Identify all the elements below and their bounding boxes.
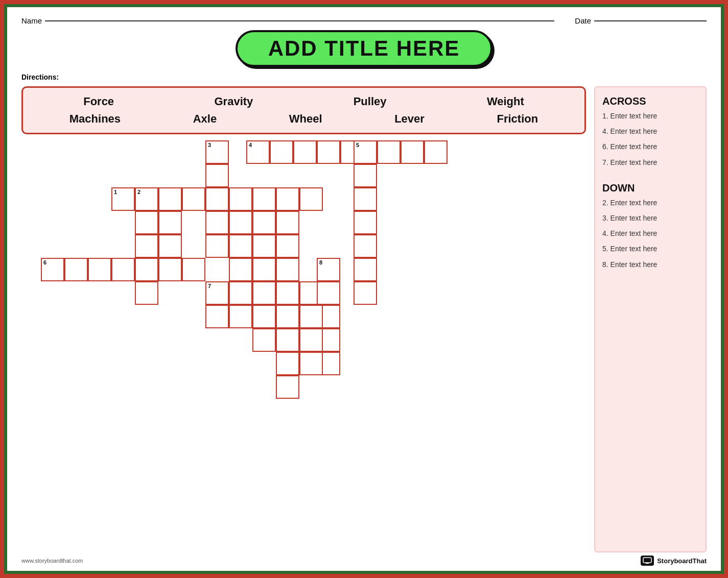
- title-text: ADD TITLE HERE: [268, 36, 460, 60]
- cell-extra-5[interactable]: [299, 352, 323, 375]
- down-heading: DOWN: [602, 182, 698, 194]
- cell-1-8[interactable]: [299, 187, 323, 211]
- cell-7-0[interactable]: 7: [205, 281, 229, 305]
- clue-down-3-number: 3.: [602, 214, 610, 222]
- cell-col9-r3[interactable]: [229, 211, 252, 234]
- main-area: Force Gravity Pulley Weight Machines Axl…: [21, 86, 707, 552]
- cell-6-4[interactable]: [135, 258, 158, 281]
- cell-col6-r4[interactable]: [158, 234, 182, 258]
- cell-1-4[interactable]: [205, 187, 229, 211]
- cell-6-3[interactable]: [111, 258, 135, 281]
- title-container: ADD TITLE HERE: [21, 30, 707, 67]
- cell-col10-r5[interactable]: [252, 258, 276, 281]
- cell-6-1[interactable]: [64, 258, 88, 281]
- cell-extra-3[interactable]: [299, 328, 323, 352]
- cell-col10-r4[interactable]: [252, 234, 276, 258]
- clue-down-3-text: Enter text here: [610, 214, 657, 222]
- cell-down-7-2[interactable]: [229, 305, 252, 328]
- cell-6-5[interactable]: [158, 258, 182, 281]
- directions-label: Directions:: [21, 73, 59, 81]
- cell-1-6[interactable]: [252, 187, 276, 211]
- cell-5-2[interactable]: [354, 187, 377, 211]
- cell-5-3[interactable]: [354, 211, 377, 234]
- clue-across-7: 7. Enter text here: [602, 158, 698, 167]
- title-pill[interactable]: ADD TITLE HERE: [236, 30, 493, 67]
- cell-1-3[interactable]: [182, 187, 205, 211]
- cell-col11-r5[interactable]: [276, 258, 299, 281]
- footer-website: www.storyboardthat.com: [21, 558, 83, 564]
- cell-2-1[interactable]: [135, 211, 158, 234]
- cell-5-0[interactable]: 5: [354, 140, 377, 164]
- clue-down-3: 3. Enter text here: [602, 213, 698, 223]
- cell-col11-r4[interactable]: [276, 234, 299, 258]
- clue-down-2: 2. Enter text here: [602, 198, 698, 207]
- cell-down-7-5[interactable]: [299, 305, 323, 328]
- clues-section: ACROSS 1. Enter text here 4. Enter text …: [594, 86, 707, 552]
- footer: www.storyboardthat.com StoryboardThat: [21, 556, 707, 566]
- footer-logo: StoryboardThat: [641, 556, 707, 566]
- inner-border: Name Date ADD TITLE HERE Directions:: [4, 4, 724, 574]
- svg-rect-0: [643, 558, 651, 563]
- cell-1-0[interactable]: 1: [111, 187, 135, 211]
- cell-3-4[interactable]: [205, 234, 229, 258]
- cell-4-1[interactable]: [270, 140, 293, 164]
- cell-7-5[interactable]: [317, 281, 340, 305]
- cell-3-3[interactable]: [205, 211, 229, 234]
- cell-down-7-3[interactable]: [252, 305, 276, 328]
- cell-col6-r3[interactable]: [158, 211, 182, 234]
- cell-1-2[interactable]: [158, 187, 182, 211]
- cell-4-0[interactable]: 4: [246, 140, 270, 164]
- word-bank-row-1: Force Gravity Pulley Weight: [33, 95, 574, 108]
- cell-extra-4[interactable]: [276, 352, 299, 375]
- clue-across-7-text: Enter text here: [610, 158, 657, 166]
- cell-6-2[interactable]: [88, 258, 111, 281]
- clue-down-8-text: Enter text here: [610, 260, 657, 269]
- cell-col10-r3[interactable]: [252, 211, 276, 234]
- cell-4-3[interactable]: [317, 140, 340, 164]
- cell-7-2[interactable]: [252, 281, 276, 305]
- clue-down-8: 8. Enter text here: [602, 260, 698, 269]
- cell-down-7-1[interactable]: [205, 305, 229, 328]
- clues-spacer: [602, 173, 698, 180]
- word-weight: Weight: [487, 95, 524, 108]
- cell-3-0[interactable]: 3: [205, 140, 229, 164]
- cell-5-top-3[interactable]: [424, 140, 448, 164]
- clue-down-4: 4. Enter text here: [602, 229, 698, 238]
- cell-6-0[interactable]: 6: [41, 258, 64, 281]
- cell-3-1[interactable]: [205, 164, 229, 187]
- cell-1-7[interactable]: [276, 187, 299, 211]
- cell-1-1[interactable]: 2: [135, 187, 158, 211]
- cell-2-2[interactable]: [135, 234, 158, 258]
- clue-across-6: 6. Enter text here: [602, 142, 698, 151]
- cell-col9-r4[interactable]: [229, 234, 252, 258]
- cell-7-1[interactable]: [229, 281, 252, 305]
- clue-across-4-number: 4.: [602, 127, 610, 135]
- cell-1-5[interactable]: [229, 187, 252, 211]
- logo-icon: [641, 556, 654, 566]
- clue-down-5: 5. Enter text here: [602, 244, 698, 253]
- cell-6-6[interactable]: [182, 258, 205, 281]
- logo-svg: [643, 557, 652, 564]
- cell-col9-r5[interactable]: [229, 258, 252, 281]
- cell-7-3[interactable]: [276, 281, 299, 305]
- crossword-section: Force Gravity Pulley Weight Machines Axl…: [21, 86, 586, 552]
- cell-extra-1[interactable]: [252, 328, 276, 352]
- cell-5-top-2[interactable]: [401, 140, 424, 164]
- word-axle: Axle: [193, 112, 217, 126]
- clue-across-1-text: Enter text here: [610, 112, 657, 120]
- cell-5-4[interactable]: [354, 234, 377, 258]
- crossword-grid-area: 4 3 5: [21, 140, 586, 552]
- cell-extra-6[interactable]: [276, 375, 299, 399]
- cell-8-0[interactable]: 8: [317, 258, 340, 281]
- cell-down-7-4[interactable]: [276, 305, 299, 328]
- cell-2-4[interactable]: [135, 281, 158, 305]
- page: Name Date ADD TITLE HERE Directions:: [7, 7, 721, 571]
- cell-5-5[interactable]: [354, 258, 377, 281]
- cell-4-2[interactable]: [293, 140, 317, 164]
- cell-5-top-1[interactable]: [377, 140, 401, 164]
- cell-extra-2[interactable]: [276, 328, 299, 352]
- cell-col11-r3[interactable]: [276, 211, 299, 234]
- word-gravity: Gravity: [214, 95, 253, 108]
- cell-5-1[interactable]: [354, 164, 377, 187]
- cell-5-6[interactable]: [354, 281, 377, 305]
